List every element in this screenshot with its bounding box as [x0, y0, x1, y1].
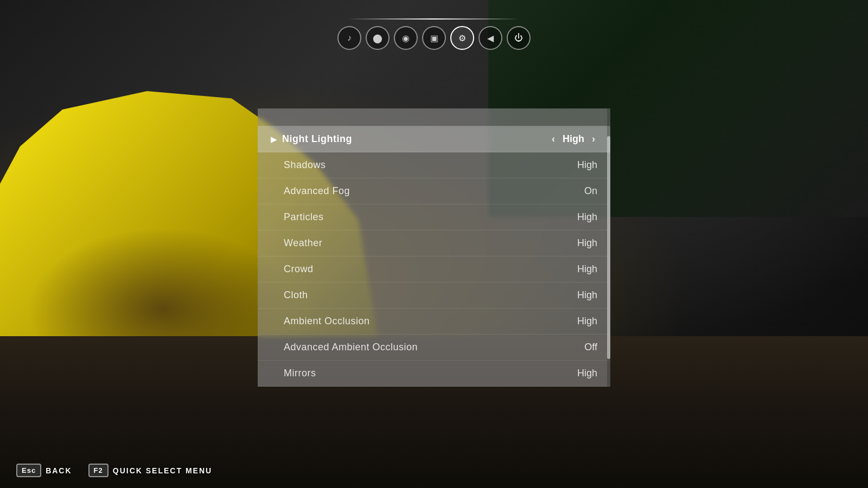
- setting-row[interactable]: Advanced Ambient OcclusionOff: [258, 335, 610, 361]
- setting-name-label: Advanced Ambient Occlusion: [284, 342, 584, 353]
- hint-key-badge[interactable]: Esc: [16, 464, 41, 477]
- setting-name-label: Particles: [284, 211, 577, 223]
- power-icon[interactable]: ⏻: [507, 26, 531, 50]
- setting-name-label: Weather: [284, 237, 577, 249]
- controls-icon[interactable]: ⬤: [366, 26, 390, 50]
- setting-name-label: Shadows: [284, 159, 577, 171]
- setting-name-label: Night Lighting: [282, 133, 550, 145]
- setting-row[interactable]: CrowdHigh: [258, 256, 610, 282]
- setting-value-display: High: [577, 264, 597, 275]
- setting-value-display: ‹High›: [550, 133, 597, 145]
- setting-row[interactable]: ClothHigh: [258, 282, 610, 309]
- selected-arrow-icon: ▶: [271, 135, 277, 144]
- bottom-hints: EscBACKF2QUICK SELECT MENU: [16, 464, 212, 477]
- setting-row[interactable]: Advanced FogOn: [258, 178, 610, 204]
- setting-value-display: Off: [584, 342, 597, 353]
- setting-row[interactable]: ▶Night Lighting‹High›: [258, 126, 610, 152]
- value-left-arrow-icon[interactable]: ‹: [550, 133, 557, 145]
- nav-icons-bar: ♪⬤◉▣⚙◀⏻: [337, 26, 531, 50]
- setting-value-display: High: [577, 368, 597, 379]
- replay-icon[interactable]: ◀: [478, 26, 502, 50]
- setting-value-display: High: [577, 237, 597, 249]
- setting-value-text: High: [577, 264, 597, 275]
- setting-row[interactable]: Ambient OcclusionHigh: [258, 309, 610, 335]
- setting-value-text: High: [577, 290, 597, 301]
- setting-name-label: Advanced Fog: [284, 185, 584, 197]
- setting-name-label: Ambient Occlusion: [284, 316, 577, 327]
- setting-value-display: High: [577, 316, 597, 327]
- quality-settings-panel: ▶Night Lighting‹High›ShadowsHighAdvanced…: [258, 108, 610, 387]
- setting-value-display: On: [584, 185, 597, 197]
- setting-row[interactable]: WeatherHigh: [258, 230, 610, 256]
- setting-name-label: Cloth: [284, 290, 577, 301]
- setting-value-text: High: [577, 237, 597, 249]
- audio-icon[interactable]: ♪: [337, 26, 361, 50]
- settings-list: ▶Night Lighting‹High›ShadowsHighAdvanced…: [258, 126, 610, 387]
- setting-value-text: High: [577, 316, 597, 327]
- hint-action-label: BACK: [46, 466, 72, 475]
- value-right-arrow-icon[interactable]: ›: [590, 133, 597, 145]
- header: ♪⬤◉▣⚙◀⏻: [0, 0, 868, 50]
- setting-row[interactable]: ParticlesHigh: [258, 204, 610, 230]
- hint-key-badge[interactable]: F2: [88, 464, 108, 477]
- setting-name-label: Mirrors: [284, 368, 577, 379]
- hint-item: EscBACK: [16, 464, 72, 477]
- scrollbar[interactable]: [607, 108, 610, 387]
- setting-value-text: High: [577, 368, 597, 379]
- setting-value-display: High: [577, 211, 597, 223]
- hint-action-label: QUICK SELECT MENU: [113, 466, 212, 475]
- setting-value-text: High: [577, 159, 597, 171]
- hint-item: F2QUICK SELECT MENU: [88, 464, 213, 477]
- quality-icon[interactable]: ⚙: [450, 26, 474, 50]
- setting-row[interactable]: MirrorsHigh: [258, 361, 610, 387]
- setting-value-text: On: [584, 185, 597, 197]
- setting-row[interactable]: ShadowsHigh: [258, 152, 610, 178]
- camera-icon[interactable]: ▣: [422, 26, 446, 50]
- setting-value-display: High: [577, 159, 597, 171]
- setting-value-text: High: [563, 133, 584, 145]
- setting-name-label: Crowd: [284, 264, 577, 275]
- scrollbar-thumb[interactable]: [607, 136, 610, 358]
- setting-value-text: Off: [584, 342, 597, 353]
- title-underline: [347, 18, 521, 20]
- display-icon[interactable]: ◉: [394, 26, 418, 50]
- setting-value-text: High: [577, 211, 597, 223]
- panel-title: [258, 108, 610, 126]
- setting-value-display: High: [577, 290, 597, 301]
